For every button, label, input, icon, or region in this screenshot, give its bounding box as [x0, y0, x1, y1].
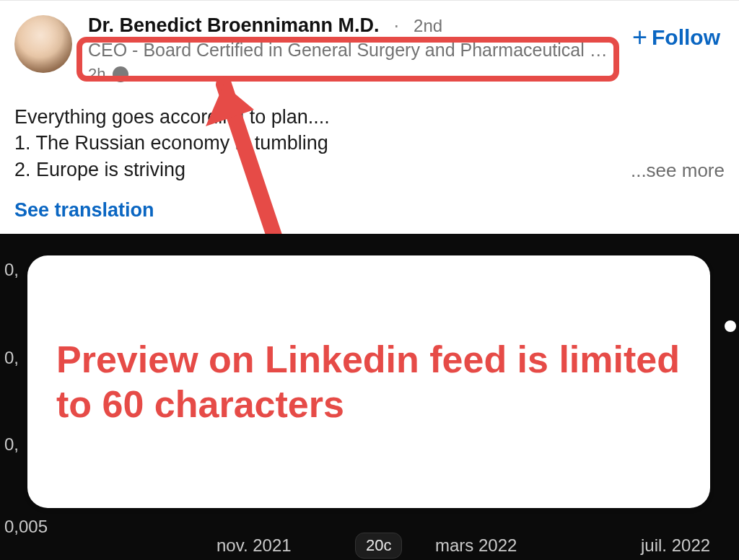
y-axis-tick: 0, — [4, 434, 19, 455]
separator-dot: · — [394, 15, 400, 37]
follow-button[interactable]: + Follow — [632, 25, 720, 50]
post-body-line: Everything goes according to plan.... — [14, 104, 725, 130]
plus-icon: + — [632, 27, 647, 48]
author-name[interactable]: Dr. Benedict Broennimann M.D. — [88, 15, 380, 37]
author-headline: CEO - Board Certified in General Surgery… — [88, 40, 608, 61]
post-age: 2h — [88, 65, 105, 84]
post-meta: 2h — [88, 65, 725, 84]
post-body-line: 1. The Russian economy is tumbling — [14, 130, 725, 156]
y-axis-tick: 0, — [4, 260, 19, 280]
annotation-callout-text: Preview on Linkedin feed is limited to 6… — [27, 337, 710, 427]
chart-area: 0, 0, 0, 0,005 nov. 2021 mars 2022 juil.… — [0, 234, 739, 560]
globe-icon — [113, 66, 128, 82]
y-axis-tick: 0, — [4, 348, 19, 368]
avatar[interactable] — [14, 15, 72, 73]
chart-crosshair-dot-icon — [725, 320, 736, 332]
author-name-line: Dr. Benedict Broennimann M.D. · 2nd — [88, 15, 725, 37]
x-axis-tick: mars 2022 — [435, 535, 517, 556]
author-block: Dr. Benedict Broennimann M.D. · 2nd CEO … — [88, 15, 725, 84]
see-more-button[interactable]: ...see more — [631, 159, 725, 182]
post-header: Dr. Benedict Broennimann M.D. · 2nd CEO … — [14, 15, 725, 84]
post-card: Dr. Benedict Broennimann M.D. · 2nd CEO … — [0, 0, 739, 222]
see-translation-link[interactable]: See translation — [14, 199, 725, 222]
chart-cursor-bubble: 20c — [355, 533, 402, 559]
y-axis-tick: 0,005 — [4, 517, 48, 537]
annotation-callout-card: Preview on Linkedin feed is limited to 6… — [27, 255, 710, 508]
follow-label: Follow — [652, 25, 720, 50]
x-axis-tick: juil. 2022 — [641, 535, 710, 556]
connection-degree: 2nd — [414, 17, 442, 35]
x-axis-tick: nov. 2021 — [217, 535, 292, 556]
